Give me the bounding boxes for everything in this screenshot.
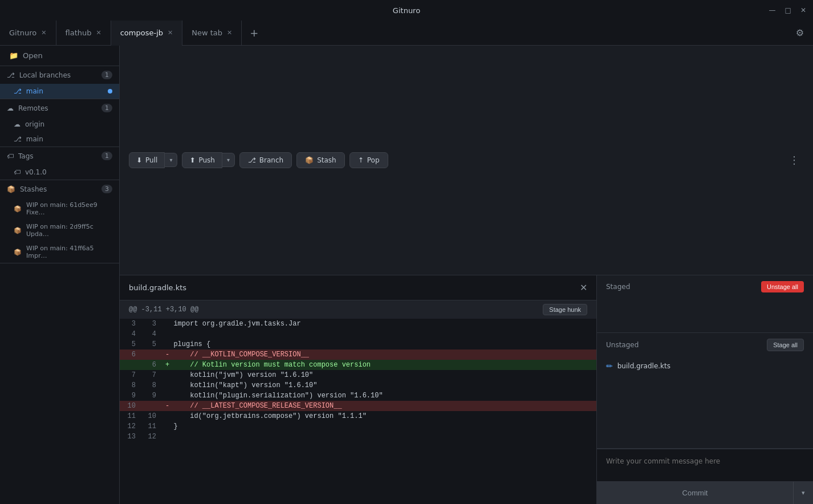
tab-compose-jb-label: compose-jb — [120, 29, 163, 37]
diff-modal-header: build.gradle.kts ✕ — [120, 275, 596, 300]
tab-flathub[interactable]: flathub ✕ — [56, 21, 111, 46]
push-dropdown-button[interactable]: ▾ — [222, 153, 235, 167]
push-button-group: ⬆ Push ▾ — [182, 152, 235, 168]
diff-old-line-num: 11 — [120, 411, 140, 421]
diff-line: 1211 } — [120, 421, 596, 432]
right-panel: Staged Unstage all Unstaged Stage all ✏ — [596, 275, 813, 505]
remotes-header[interactable]: ☁ Remotes 1 — [0, 99, 119, 117]
stash-label: Stash — [317, 156, 336, 164]
sidebar-item-v010-label: v0.1.0 — [25, 168, 47, 176]
main-layout: 📁 Open ⎇ Local branches 1 ⎇ main ☁ — [0, 46, 813, 504]
stashes-header[interactable]: 📦 Stashes 3 — [0, 180, 119, 198]
commit-dropdown-button[interactable]: ▾ — [793, 482, 813, 504]
sidebar-item-v010[interactable]: 🏷 v0.1.0 — [0, 165, 119, 180]
unstaged-label: Unstaged — [606, 341, 639, 349]
title-bar: Gitnuro — □ ✕ — [0, 0, 813, 21]
unstage-all-button[interactable]: Unstage all — [761, 281, 804, 292]
diff-lines: 33 import org.gradle.jvm.tasks.Jar44 55 … — [120, 319, 596, 442]
tags-header[interactable]: 🏷 Tags 1 — [0, 147, 119, 165]
stage-all-button[interactable]: Stage all — [767, 339, 804, 351]
stash3-label: WIP on main: 41ff6a5 Impr… — [26, 245, 112, 259]
sidebar-item-stash-2[interactable]: 📦 WIP on main: 2d9ff5c Upda… — [0, 220, 119, 241]
diff-line: 1312 — [120, 432, 596, 442]
tab-flathub-close[interactable]: ✕ — [96, 29, 101, 36]
stash-button[interactable]: 📦 Stash — [296, 152, 345, 168]
local-branches-badge: 1 — [101, 71, 112, 79]
tab-gitnuro[interactable]: Gitnuro ✕ — [0, 21, 56, 46]
remotes-badge: 1 — [101, 104, 112, 112]
diff-filename: build.gradle.kts — [129, 283, 186, 292]
settings-button[interactable]: ⚙ — [787, 27, 813, 38]
window-controls: — □ ✕ — [769, 6, 806, 14]
diff-line-code: kotlin("plugin.serialization") version "… — [161, 391, 596, 401]
toolbar: ⬇ Pull ▾ ⬆ Push ▾ ⎇ Branch 📦 Stash — [120, 46, 813, 275]
commit-area: Commit ▾ — [597, 449, 813, 504]
tab-new-tab-close[interactable]: ✕ — [227, 29, 232, 36]
push-label: Push — [198, 156, 215, 164]
local-branches-header[interactable]: ⎇ Local branches 1 — [0, 66, 119, 84]
commit-button[interactable]: Commit — [597, 482, 793, 504]
pop-label: Pop — [367, 156, 380, 164]
diff-new-line-num: 9 — [140, 391, 161, 401]
file-item-build-gradle[interactable]: ✏ build.gradle.kts — [597, 357, 813, 375]
diff-area: build.gradle.kts ✕ @@ -3,11 +3,10 @@ Sta… — [120, 275, 596, 505]
diff-line-code: plugins { — [161, 339, 596, 349]
stash1-label: WIP on main: 61d5ee9 Fixe… — [26, 201, 112, 216]
sidebar-item-origin-label: origin — [25, 120, 44, 128]
content-body: build.gradle.kts ✕ @@ -3,11 +3,10 @@ Sta… — [120, 275, 813, 505]
diff-new-line-num: 7 — [140, 370, 161, 380]
staged-label: Staged — [606, 283, 630, 291]
tab-compose-jb[interactable]: compose-jb ✕ — [111, 21, 183, 46]
pop-button[interactable]: ↑ Pop — [349, 152, 388, 168]
stash1-icon: 📦 — [14, 205, 22, 213]
pull-dropdown-button[interactable]: ▾ — [165, 153, 177, 167]
diff-close-button[interactable]: ✕ — [580, 282, 587, 293]
file-edit-icon: ✏ — [606, 361, 613, 371]
staged-files-list — [597, 298, 813, 332]
diff-old-line-num: 13 — [120, 432, 140, 442]
branch-icon: ⎇ — [7, 71, 15, 79]
pull-main-button[interactable]: ⬇ Pull — [129, 152, 165, 168]
tab-new-tab[interactable]: New tab ✕ — [182, 21, 242, 46]
diff-line-code: + // Kotlin version must match compose v… — [161, 360, 596, 370]
branch-button[interactable]: ⎇ Branch — [239, 152, 292, 168]
stash2-label: WIP on main: 2d9ff5c Upda… — [26, 223, 112, 238]
diff-old-line-num: 8 — [120, 380, 140, 391]
sidebar-item-origin-main[interactable]: ⎇ main — [0, 132, 119, 147]
tab-gitnuro-close[interactable]: ✕ — [41, 29, 46, 36]
toolbar-more-button[interactable]: ⋮ — [784, 152, 804, 168]
diff-new-line-num: 11 — [140, 421, 161, 432]
stash-toolbar-icon: 📦 — [305, 156, 314, 164]
unstaged-header: Unstaged Stage all — [597, 333, 813, 357]
stage-hunk-button[interactable]: Stage hunk — [543, 304, 587, 315]
sidebar-item-stash-3[interactable]: 📦 WIP on main: 41ff6a5 Impr… — [0, 241, 119, 263]
diff-new-line-num: 4 — [140, 329, 161, 339]
tabs-container: Gitnuro ✕ flathub ✕ compose-jb ✕ New tab… — [0, 21, 266, 46]
close-button[interactable]: ✕ — [800, 6, 806, 14]
diff-new-line-num: 8 — [140, 380, 161, 391]
minimize-button[interactable]: — — [769, 6, 776, 14]
maximize-button[interactable]: □ — [785, 6, 791, 14]
remotes-label: Remotes — [18, 104, 48, 112]
origin-main-icon: ⎇ — [14, 135, 22, 143]
open-button[interactable]: 📁 Open — [0, 46, 119, 66]
diff-new-line-num: 6 — [140, 360, 161, 370]
diff-old-line-num: 9 — [120, 391, 140, 401]
commit-message-input[interactable] — [597, 449, 813, 481]
tab-compose-jb-close[interactable]: ✕ — [168, 29, 173, 36]
stash3-icon: 📦 — [14, 249, 22, 256]
diff-line-code — [161, 432, 596, 442]
new-tab-button[interactable]: + — [242, 21, 266, 46]
sidebar-item-stash-1[interactable]: 📦 WIP on main: 61d5ee9 Fixe… — [0, 198, 119, 220]
diff-new-line-num: 12 — [140, 432, 161, 442]
diff-old-line-num: 3 — [120, 319, 140, 329]
staged-section: Staged Unstage all — [597, 275, 813, 333]
tab-gitnuro-label: Gitnuro — [9, 29, 36, 37]
diff-line-code: kotlin("jvm") version "1.6.10" — [161, 370, 596, 380]
diff-line: 6- // __KOTLIN_COMPOSE_VERSION__ — [120, 349, 596, 360]
sidebar-item-origin[interactable]: ☁ origin — [0, 117, 119, 132]
push-main-button[interactable]: ⬆ Push — [182, 152, 222, 168]
sidebar-section-stashes: 📦 Stashes 3 📦 WIP on main: 61d5ee9 Fixe…… — [0, 180, 119, 263]
sidebar-item-main[interactable]: ⎇ main — [0, 84, 119, 99]
file-item-name: build.gradle.kts — [617, 362, 670, 370]
